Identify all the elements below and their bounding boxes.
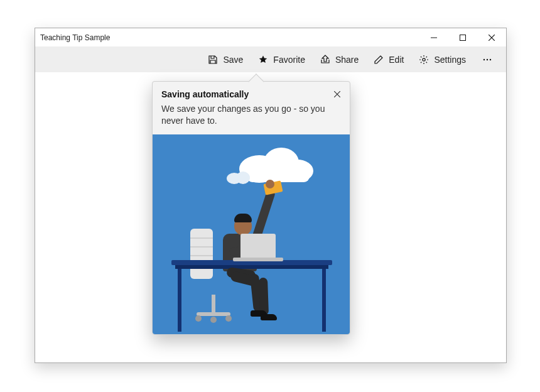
illustration-wheel bbox=[195, 315, 202, 322]
illustration-hand bbox=[266, 180, 274, 188]
minimize-icon bbox=[431, 35, 437, 41]
teaching-tip: Saving automatically We save your change… bbox=[152, 81, 350, 335]
settings-button[interactable]: Settings bbox=[411, 47, 473, 72]
edit-icon bbox=[374, 55, 384, 65]
more-icon bbox=[482, 55, 492, 65]
illustration-chair bbox=[190, 229, 213, 279]
illustration-laptop-base bbox=[233, 258, 283, 261]
teaching-tip-close-button[interactable] bbox=[330, 87, 345, 102]
save-button[interactable]: Save bbox=[200, 47, 251, 72]
gear-icon bbox=[419, 55, 429, 65]
favorite-label: Favorite bbox=[273, 55, 305, 65]
illustration-laptop bbox=[240, 234, 276, 259]
more-button[interactable] bbox=[473, 47, 501, 72]
illustration-chair-base bbox=[197, 312, 230, 316]
maximize-icon bbox=[460, 35, 466, 41]
illustration-wheel bbox=[210, 317, 217, 323]
svg-point-2 bbox=[483, 59, 485, 60]
illustration-desk-leg bbox=[178, 269, 181, 332]
close-icon bbox=[334, 91, 340, 97]
illustration-wheel bbox=[225, 315, 232, 322]
svg-point-10 bbox=[236, 172, 250, 184]
svg-point-3 bbox=[487, 59, 488, 60]
save-label: Save bbox=[223, 55, 243, 65]
save-icon bbox=[208, 55, 218, 65]
window-controls bbox=[419, 28, 506, 47]
minimize-button[interactable] bbox=[419, 28, 448, 47]
teaching-tip-header: Saving automatically bbox=[153, 82, 350, 102]
illustration-chair-pole bbox=[212, 295, 215, 313]
share-button[interactable]: Share bbox=[313, 47, 366, 72]
share-label: Share bbox=[335, 55, 359, 65]
close-icon bbox=[489, 35, 495, 41]
edit-button[interactable]: Edit bbox=[366, 47, 411, 72]
share-icon bbox=[320, 55, 330, 65]
command-bar: Save Favorite Share Edit Settings bbox=[35, 47, 506, 72]
illustration-hair bbox=[234, 214, 252, 222]
settings-label: Settings bbox=[434, 55, 466, 65]
svg-rect-0 bbox=[460, 35, 466, 41]
edit-label: Edit bbox=[389, 55, 404, 65]
illustration-desk-leg bbox=[322, 269, 326, 332]
content-area: Saving automatically We save your change… bbox=[35, 72, 506, 362]
svg-point-1 bbox=[423, 58, 425, 61]
app-window: Teaching Tip Sample Save Favorite Share bbox=[35, 28, 507, 363]
maximize-button[interactable] bbox=[448, 28, 477, 47]
cloud-small-icon bbox=[225, 170, 251, 185]
close-button[interactable] bbox=[477, 28, 506, 47]
teaching-tip-subtitle: We save your changes as you go - so you … bbox=[153, 103, 350, 134]
illustration-legs bbox=[227, 269, 264, 313]
favorite-button[interactable]: Favorite bbox=[251, 47, 313, 72]
window-title: Teaching Tip Sample bbox=[40, 33, 110, 42]
teaching-tip-title: Saving automatically bbox=[161, 89, 325, 99]
svg-point-4 bbox=[490, 59, 491, 60]
star-icon bbox=[258, 55, 268, 65]
teaching-tip-illustration bbox=[153, 134, 350, 334]
title-bar: Teaching Tip Sample bbox=[35, 28, 506, 47]
